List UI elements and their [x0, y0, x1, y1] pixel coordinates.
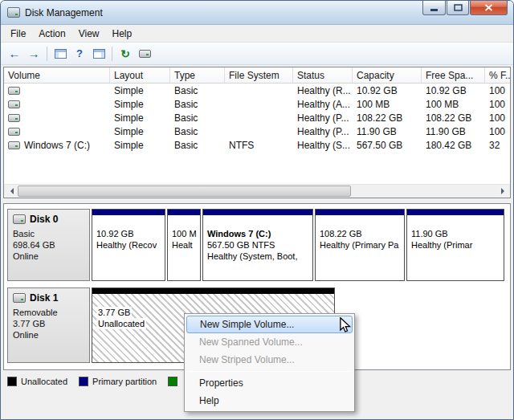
- legend-label: Primary partition: [92, 377, 157, 386]
- scroll-right-button[interactable]: [496, 185, 510, 198]
- show-console-tree-icon: [55, 49, 67, 59]
- partition-size: 10.92 GB: [96, 228, 161, 239]
- menu-action[interactable]: Action: [32, 26, 71, 42]
- menu-bar: File Action View Help: [1, 25, 513, 43]
- horizontal-scrollbar[interactable]: [4, 184, 510, 198]
- volume-name: Windows 7 (C:): [24, 140, 90, 151]
- cell-layout: Simple: [110, 85, 170, 96]
- scrollbar-track[interactable]: [18, 185, 496, 198]
- partition-color-strip: [92, 210, 165, 215]
- rescan-disks-icon: [139, 50, 151, 58]
- help-button[interactable]: ?: [70, 44, 89, 63]
- rescan-disks-button[interactable]: [135, 44, 154, 63]
- disk-0-partitions: 10.92 GB Healthy (Recov 100 M Healt Wind…: [90, 209, 507, 281]
- scroll-left-button[interactable]: [4, 185, 18, 198]
- cell-free-space: 108.22 GB: [422, 112, 485, 124]
- legend-extended-partition: [168, 377, 182, 386]
- column-header-layout[interactable]: Layout: [110, 67, 170, 83]
- partition-recovery[interactable]: 10.92 GB Healthy (Recov: [92, 209, 165, 281]
- window-title: Disk Management: [25, 7, 103, 18]
- show-action-pane-button[interactable]: [89, 44, 108, 63]
- partition-title: Windows 7 (C:): [207, 228, 308, 239]
- column-header-type[interactable]: Type: [170, 67, 225, 83]
- refresh-button[interactable]: ↻: [116, 44, 135, 63]
- partition-size: 100 M: [172, 228, 196, 239]
- menu-item-help[interactable]: Help: [186, 392, 353, 410]
- volume-row-1[interactable]: Simple Basic Healthy (R... 10.92 GB 10.9…: [4, 84, 510, 97]
- volume-row-windows7-c[interactable]: Windows 7 (C:) Simple Basic NTFS Healthy…: [4, 138, 510, 152]
- disk-management-window: Disk Management File Action View Help ← …: [0, 0, 514, 420]
- toolbar: ← → ? ↻: [1, 43, 513, 65]
- disk-icon: [13, 214, 26, 224]
- disk-1-info-panel[interactable]: Disk 1 Removable 3.77 GB Online: [7, 287, 90, 363]
- cell-pct-free: 100: [485, 99, 510, 110]
- volume-row-3[interactable]: Simple Basic Healthy (P... 108.22 GB 108…: [4, 111, 510, 124]
- disk-0-info-panel[interactable]: Disk 0 Basic 698.64 GB Online: [7, 209, 90, 281]
- cell-pct-free: 32: [485, 140, 510, 151]
- disk-name: Disk 1: [30, 292, 58, 304]
- close-button[interactable]: [470, 1, 508, 15]
- disk-size: 3.77 GB: [13, 318, 84, 329]
- disk-status: Online: [13, 251, 84, 262]
- partition-color-strip: [203, 210, 312, 215]
- cell-pct-free: 100: [485, 112, 510, 124]
- menu-item-properties[interactable]: Properties: [186, 374, 353, 392]
- cell-free-space: 11.90 GB: [422, 126, 485, 137]
- extended-partition-swatch-icon: [168, 377, 177, 386]
- cell-layout: Simple: [110, 126, 170, 137]
- menu-separator: [188, 371, 351, 372]
- cell-file-system: NTFS: [225, 140, 293, 151]
- cell-capacity: 11.90 GB: [353, 126, 422, 137]
- partition-primary-1[interactable]: 108.22 GB Healthy (Primary Pa: [315, 209, 405, 281]
- app-icon[interactable]: [7, 7, 20, 18]
- partition-primary-2[interactable]: 11.90 GB Healthy (Primar: [406, 209, 504, 281]
- volume-list-header: Volume Layout Type File System Status Ca…: [4, 67, 510, 84]
- menu-item-new-simple-volume[interactable]: New Simple Volume...: [186, 316, 353, 333]
- column-header-capacity[interactable]: Capacity: [353, 67, 422, 83]
- disk-0-row: Disk 0 Basic 698.64 GB Online 10.92 GB H…: [7, 209, 507, 281]
- maximize-button[interactable]: [447, 1, 469, 15]
- partition-windows7-c[interactable]: Windows 7 (C:) 567.50 GB NTFS Healthy (S…: [202, 209, 313, 281]
- volume-icon: [8, 87, 20, 95]
- cell-pct-free: 100: [485, 126, 510, 137]
- volume-icon: [8, 128, 20, 136]
- menu-item-new-striped-volume: New Striped Volume...: [186, 351, 353, 369]
- cell-status: Healthy (S...: [293, 140, 353, 151]
- partition-color-strip: [316, 210, 404, 215]
- cell-status: Healthy (A...: [293, 99, 353, 110]
- forward-button[interactable]: →: [24, 44, 43, 63]
- column-header-status[interactable]: Status: [293, 67, 353, 83]
- volume-row-2[interactable]: Simple Basic Healthy (A... 100 MB 100 MB…: [4, 97, 510, 111]
- partition-status: Healthy (Recov: [96, 239, 161, 251]
- cell-free-space: 10.92 GB: [422, 85, 485, 96]
- partition-status: Healthy (System, Boot,: [207, 251, 308, 262]
- show-console-tree-button[interactable]: [51, 44, 70, 63]
- cell-status: Healthy (P...: [293, 126, 353, 137]
- minimize-button[interactable]: [422, 1, 446, 15]
- partition-system-reserved[interactable]: 100 M Healt: [167, 209, 201, 281]
- cell-status: Healthy (R...: [293, 85, 353, 96]
- context-menu: New Simple Volume... New Spanned Volume.…: [184, 313, 355, 412]
- partition-status: Healthy (Primary Pa: [320, 239, 400, 251]
- partition-size: 108.22 GB: [320, 228, 400, 239]
- cell-layout: Simple: [110, 140, 170, 151]
- menu-help[interactable]: Help: [106, 26, 139, 42]
- scrollbar-thumb[interactable]: [18, 186, 351, 197]
- partition-size: 3.77 GB: [96, 307, 132, 318]
- column-header-file-system[interactable]: File System: [225, 67, 293, 83]
- cell-type: Basic: [170, 112, 225, 124]
- menu-file[interactable]: File: [4, 26, 32, 42]
- scroll-left-icon: [7, 188, 14, 194]
- back-button[interactable]: ←: [5, 44, 24, 63]
- close-icon: [484, 4, 493, 11]
- column-header-volume[interactable]: Volume: [4, 67, 110, 83]
- menu-view[interactable]: View: [72, 26, 106, 42]
- partition-color-strip: [92, 288, 334, 294]
- titlebar[interactable]: Disk Management: [1, 1, 513, 25]
- maximize-icon: [454, 4, 463, 11]
- volume-row-4[interactable]: Simple Basic Healthy (P... 11.90 GB 11.9…: [4, 124, 510, 138]
- column-header-pct-free[interactable]: % F...: [485, 67, 510, 83]
- primary-partition-swatch-icon: [79, 377, 88, 386]
- show-action-pane-icon: [93, 49, 105, 59]
- column-header-free-space[interactable]: Free Spa...: [422, 67, 485, 83]
